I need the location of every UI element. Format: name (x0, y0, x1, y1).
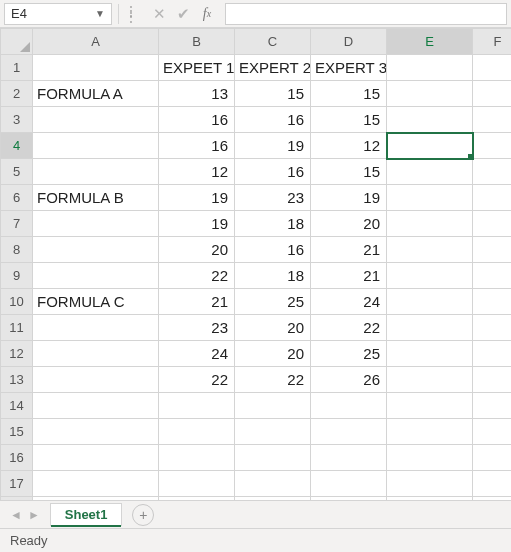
cell[interactable]: 18 (235, 263, 311, 289)
cell[interactable] (159, 497, 235, 501)
cell[interactable]: 16 (235, 159, 311, 185)
row-header[interactable]: 2 (1, 81, 33, 107)
cell[interactable]: 15 (235, 81, 311, 107)
cell[interactable] (33, 445, 159, 471)
cell[interactable] (473, 159, 512, 185)
cell[interactable] (33, 107, 159, 133)
row-header[interactable]: 9 (1, 263, 33, 289)
cell[interactable]: 22 (311, 315, 387, 341)
cell[interactable]: FORMULA C (33, 289, 159, 315)
row-header[interactable]: 12 (1, 341, 33, 367)
row-header[interactable]: 6 (1, 185, 33, 211)
cell[interactable]: 19 (159, 211, 235, 237)
cell[interactable] (473, 81, 512, 107)
cell[interactable] (387, 55, 473, 81)
enter-icon[interactable]: ✔ (171, 3, 195, 25)
select-all-corner[interactable] (1, 29, 33, 55)
cell[interactable] (387, 419, 473, 445)
cell[interactable] (473, 341, 512, 367)
cell[interactable]: 15 (311, 159, 387, 185)
cell[interactable] (159, 419, 235, 445)
cell[interactable] (387, 263, 473, 289)
cell[interactable] (159, 471, 235, 497)
cell[interactable] (235, 497, 311, 501)
cell[interactable]: 12 (159, 159, 235, 185)
formula-input[interactable] (225, 3, 507, 25)
cell[interactable]: 16 (235, 237, 311, 263)
cell[interactable] (33, 263, 159, 289)
cell[interactable]: 12 (311, 133, 387, 159)
cell[interactable] (235, 445, 311, 471)
cell[interactable]: 22 (159, 367, 235, 393)
cell[interactable] (311, 419, 387, 445)
cell[interactable] (33, 55, 159, 81)
cell[interactable]: 21 (159, 289, 235, 315)
cell[interactable] (387, 367, 473, 393)
col-header-F[interactable]: F (473, 29, 512, 55)
row-header[interactable]: 1 (1, 55, 33, 81)
cell[interactable] (387, 185, 473, 211)
cell[interactable] (235, 419, 311, 445)
cell[interactable]: EXPERT 3 (311, 55, 387, 81)
row-header[interactable]: 8 (1, 237, 33, 263)
tab-prev-icon[interactable]: ◄ (10, 508, 22, 522)
selected-cell[interactable] (387, 133, 473, 159)
cell[interactable]: 24 (311, 289, 387, 315)
cell[interactable] (473, 419, 512, 445)
cell[interactable] (235, 471, 311, 497)
cell[interactable] (387, 107, 473, 133)
cell[interactable] (473, 393, 512, 419)
row-header[interactable]: 15 (1, 419, 33, 445)
tab-next-icon[interactable]: ► (28, 508, 40, 522)
cell[interactable] (387, 341, 473, 367)
cell[interactable]: 18 (235, 211, 311, 237)
cell[interactable] (33, 419, 159, 445)
cell[interactable]: 21 (311, 263, 387, 289)
cell[interactable]: 19 (311, 185, 387, 211)
cell[interactable]: EXPERT 2 (235, 55, 311, 81)
cell[interactable]: 22 (235, 367, 311, 393)
row-header[interactable]: 17 (1, 471, 33, 497)
cell[interactable]: FORMULA A (33, 81, 159, 107)
col-header-B[interactable]: B (159, 29, 235, 55)
row-header[interactable]: 5 (1, 159, 33, 185)
cell[interactable] (311, 471, 387, 497)
sheet-tab-active[interactable]: Sheet1 (50, 503, 123, 526)
row-header[interactable]: 13 (1, 367, 33, 393)
cell[interactable] (473, 237, 512, 263)
cell[interactable] (33, 211, 159, 237)
cell[interactable] (473, 367, 512, 393)
cell[interactable] (33, 367, 159, 393)
row-header[interactable]: 16 (1, 445, 33, 471)
cancel-icon[interactable]: ✕ (147, 3, 171, 25)
cell[interactable]: 23 (159, 315, 235, 341)
cell[interactable] (235, 393, 311, 419)
cell[interactable]: 13 (159, 81, 235, 107)
row-header[interactable]: 3 (1, 107, 33, 133)
cell[interactable]: 19 (235, 133, 311, 159)
cell[interactable] (473, 211, 512, 237)
cell[interactable] (33, 237, 159, 263)
cell[interactable]: 24 (159, 341, 235, 367)
cell[interactable]: 26 (311, 367, 387, 393)
cell[interactable] (33, 341, 159, 367)
cell[interactable] (387, 445, 473, 471)
cell[interactable] (473, 107, 512, 133)
cell[interactable] (387, 81, 473, 107)
cell[interactable] (33, 497, 159, 501)
cell[interactable] (311, 445, 387, 471)
row-header[interactable]: 14 (1, 393, 33, 419)
cell[interactable]: 15 (311, 81, 387, 107)
cell[interactable]: 25 (235, 289, 311, 315)
cell[interactable] (473, 185, 512, 211)
cell[interactable]: 16 (235, 107, 311, 133)
cell[interactable]: 23 (235, 185, 311, 211)
cell[interactable] (33, 393, 159, 419)
name-box[interactable]: E4 ▼ (4, 3, 112, 25)
cell[interactable]: 20 (235, 315, 311, 341)
row-header[interactable]: 4 (1, 133, 33, 159)
cell[interactable] (159, 393, 235, 419)
cell[interactable]: 15 (311, 107, 387, 133)
cell[interactable] (473, 133, 512, 159)
cell[interactable]: 16 (159, 107, 235, 133)
